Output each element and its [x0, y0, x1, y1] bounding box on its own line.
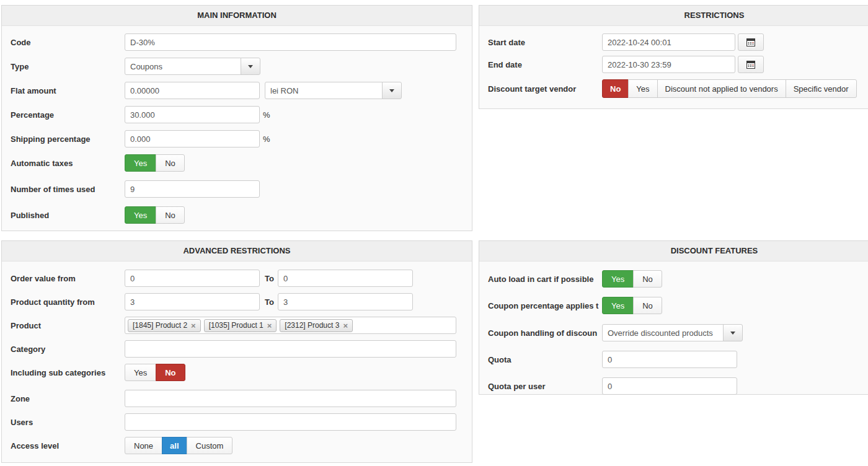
product-chip-text: [1845] Product 2 — [133, 321, 187, 330]
coupon-percentage-applies-label: Coupon percentage applies t — [488, 301, 602, 310]
coupon-percentage-applies-toggle: Yes No — [602, 297, 662, 314]
coupon-handling-caret-button[interactable] — [723, 324, 743, 341]
currency-select[interactable]: lei RON — [265, 82, 402, 99]
flat-amount-input[interactable] — [125, 82, 260, 99]
access-level-custom-button[interactable]: Custom — [187, 437, 233, 454]
percentage-input[interactable] — [125, 106, 260, 123]
chip-remove-icon[interactable]: × — [267, 322, 272, 330]
type-select-caret-button[interactable] — [241, 58, 260, 75]
auto-load-no-button[interactable]: No — [633, 270, 662, 288]
code-input[interactable] — [125, 33, 456, 51]
start-date-label: Start date — [488, 38, 602, 47]
auto-load-yes-button[interactable]: Yes — [602, 270, 634, 288]
access-level-all-button[interactable]: all — [162, 437, 187, 454]
coupon-handling-select[interactable]: Override discounted products — [602, 324, 743, 341]
order-value-to-label: To — [265, 274, 274, 283]
code-row: Code — [11, 33, 463, 51]
including-sub-categories-no-button[interactable]: No — [156, 364, 185, 381]
product-chip: [1845] Product 2 × — [128, 319, 201, 332]
shipping-percentage-row: Shipping percentage % — [11, 130, 463, 147]
including-sub-categories-yes-button[interactable]: Yes — [125, 364, 156, 381]
vendor-option-specific-button[interactable]: Specific vendor — [786, 79, 857, 98]
restrictions-panel: RESTRICTIONS Start date End date — [479, 5, 868, 109]
discount-target-vendor-row: Discount target vendor No Yes Discount n… — [488, 79, 868, 98]
end-date-calendar-button[interactable] — [738, 56, 764, 73]
percentage-row: Percentage % — [11, 106, 463, 123]
start-date-input[interactable] — [602, 33, 735, 51]
start-date-calendar-button[interactable] — [738, 33, 764, 51]
main-information-panel: MAIN INFORMATION Code Type Coupons Flat … — [1, 5, 472, 231]
currency-select-value[interactable]: lei RON — [265, 82, 383, 99]
discount-target-vendor-group: No Yes Discount not applied to vendors S… — [602, 79, 857, 98]
product-label: Product — [11, 321, 125, 330]
including-sub-categories-row: Including sub categories Yes No — [11, 364, 463, 381]
calendar-icon — [746, 37, 756, 47]
quota-input[interactable] — [602, 351, 737, 368]
calendar-icon — [746, 59, 756, 69]
coupon-percentage-applies-no-button[interactable]: No — [633, 297, 662, 314]
chevron-down-icon — [389, 89, 394, 92]
panel-title-discount-features: DISCOUNT FEATURES — [479, 241, 868, 262]
product-row: Product [1845] Product 2 × [1035] Produc… — [11, 317, 463, 334]
vendor-option-yes-button[interactable]: Yes — [628, 79, 657, 98]
quota-per-user-input[interactable] — [602, 377, 737, 395]
panel-title-advanced-restrictions: ADVANCED RESTRICTIONS — [2, 241, 472, 262]
users-input[interactable] — [125, 413, 456, 431]
shipping-percentage-label: Shipping percentage — [11, 134, 125, 144]
chip-remove-icon[interactable]: × — [343, 322, 348, 330]
type-select[interactable]: Coupons — [125, 58, 260, 75]
zone-label: Zone — [11, 394, 125, 403]
product-chip-text: [1035] Product 1 — [209, 321, 264, 330]
panel-title-main-information: MAIN INFORMATION — [2, 6, 472, 26]
product-chip: [1035] Product 1 × — [204, 319, 277, 332]
product-tags-input[interactable]: [1845] Product 2 × [1035] Product 1 × [2… — [125, 317, 456, 334]
automatic-taxes-toggle: Yes No — [125, 154, 185, 172]
category-input[interactable] — [125, 340, 456, 358]
type-select-value[interactable]: Coupons — [125, 58, 241, 75]
coupon-handling-label: Coupon handling of discoun — [488, 328, 602, 338]
coupon-percentage-applies-yes-button[interactable]: Yes — [602, 297, 634, 314]
quota-label: Quota — [488, 355, 602, 364]
automatic-taxes-yes-button[interactable]: Yes — [125, 154, 156, 172]
currency-select-caret-button[interactable] — [382, 82, 402, 99]
vendor-option-not-applied-button[interactable]: Discount not applied to vendors — [657, 79, 786, 98]
order-value-from-input[interactable] — [125, 270, 260, 287]
chip-remove-icon[interactable]: × — [191, 322, 196, 330]
zone-input[interactable] — [125, 390, 456, 407]
automatic-taxes-row: Automatic taxes Yes No — [11, 154, 463, 172]
order-value-row: Order value from To — [11, 270, 463, 287]
access-level-group: None all Custom — [125, 437, 232, 454]
order-value-to-input[interactable] — [278, 270, 413, 287]
shipping-percentage-input[interactable] — [125, 130, 260, 147]
automatic-taxes-no-button[interactable]: No — [156, 154, 185, 172]
product-quantity-from-label: Product quantity from — [11, 297, 125, 307]
end-date-input[interactable] — [602, 56, 735, 73]
published-yes-button[interactable]: Yes — [125, 206, 156, 224]
published-no-button[interactable]: No — [156, 206, 185, 224]
end-date-label: End date — [488, 60, 602, 69]
quota-row: Quota — [488, 351, 868, 368]
coupon-handling-select-value[interactable]: Override discounted products — [602, 324, 724, 341]
product-chip-text: [2312] Product 3 — [285, 321, 339, 330]
percentage-label: Percentage — [11, 110, 125, 120]
vendor-option-no-button[interactable]: No — [602, 79, 629, 98]
auto-load-row: Auto load in cart if possible Yes No — [488, 270, 868, 288]
discount-target-vendor-label: Discount target vendor — [488, 84, 602, 94]
product-quantity-to-input[interactable] — [278, 293, 413, 310]
coupon-percentage-applies-row: Coupon percentage applies t Yes No — [488, 297, 868, 314]
automatic-taxes-label: Automatic taxes — [11, 159, 125, 168]
coupon-handling-row: Coupon handling of discoun Override disc… — [488, 324, 868, 341]
chevron-down-icon — [248, 65, 253, 68]
auto-load-label: Auto load in cart if possible — [488, 275, 602, 284]
discount-features-panel: DISCOUNT FEATURES Auto load in cart if p… — [479, 240, 868, 395]
flat-amount-label: Flat amount — [11, 86, 125, 95]
users-row: Users — [11, 413, 463, 431]
category-row: Category — [11, 340, 463, 358]
advanced-restrictions-panel: ADVANCED RESTRICTIONS Order value from T… — [1, 240, 472, 463]
category-label: Category — [11, 345, 125, 354]
access-level-none-button[interactable]: None — [125, 437, 162, 454]
quota-per-user-label: Quota per user — [488, 382, 602, 391]
number-of-times-used-input[interactable] — [125, 180, 260, 198]
order-value-from-label: Order value from — [11, 274, 125, 283]
product-quantity-from-input[interactable] — [125, 293, 260, 310]
